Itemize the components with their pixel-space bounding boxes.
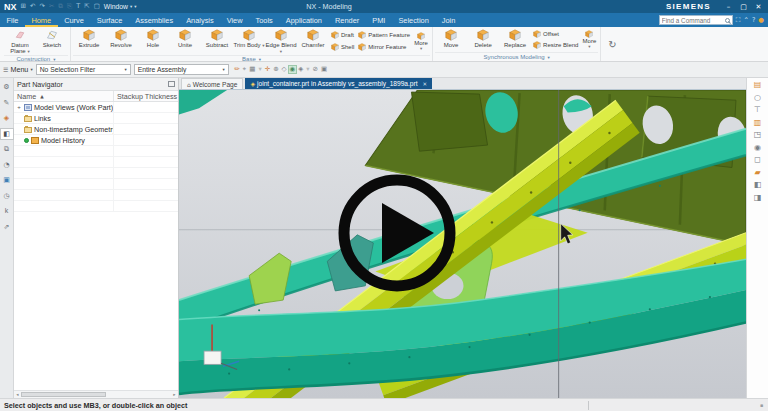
- scroll-right-icon[interactable]: ▸: [171, 392, 178, 397]
- tree-row-model-history[interactable]: Model History: [14, 135, 178, 146]
- chevron-down-icon[interactable]: ▾: [258, 66, 262, 74]
- chevron-down-icon[interactable]: ▾: [306, 66, 310, 74]
- column-name[interactable]: Name ▲: [14, 91, 114, 101]
- offset-button[interactable]: Offset: [533, 30, 578, 38]
- tab-render[interactable]: Render: [328, 13, 365, 27]
- popout-icon[interactable]: [168, 81, 175, 87]
- navigator-gear-icon[interactable]: ⚙: [1, 82, 13, 92]
- horizontal-scrollbar[interactable]: ◂ ▸: [14, 390, 178, 398]
- hole-button[interactable]: Hole: [137, 27, 169, 55]
- point-on-curve-icon[interactable]: ⊘: [312, 66, 318, 74]
- tab-home[interactable]: Home: [25, 13, 58, 27]
- close-button[interactable]: ✕: [753, 3, 764, 11]
- knowledge-fusion-icon[interactable]: k: [1, 206, 13, 216]
- assembly-navigator-icon[interactable]: ◈: [1, 113, 13, 123]
- replace-button[interactable]: Replace: [499, 27, 531, 52]
- tree-row-links[interactable]: Links: [14, 113, 178, 124]
- quadrant-point-icon[interactable]: ◈: [298, 66, 304, 74]
- cube-a-icon[interactable]: ◧: [754, 181, 762, 189]
- help-icon[interactable]: ?: [752, 16, 755, 24]
- minimize-button[interactable]: –: [723, 3, 734, 11]
- hd3d-tools-icon[interactable]: ▣: [1, 175, 13, 185]
- history-palette-icon[interactable]: ◷: [1, 191, 13, 201]
- selection-filter-dropdown[interactable]: No Selection Filter ▾: [36, 64, 131, 75]
- redo-icon[interactable]: ↷: [39, 3, 44, 10]
- window-menu[interactable]: Window ▾ ▾: [104, 3, 137, 10]
- shell-button[interactable]: Shell: [331, 43, 354, 51]
- sync-more-button[interactable]: More ▾: [580, 27, 598, 52]
- folder-icon[interactable]: ▢: [94, 3, 100, 10]
- menu-button[interactable]: ☰ Menu ▾: [3, 65, 33, 74]
- tab-tools[interactable]: Tools: [249, 13, 279, 27]
- cube-b-icon[interactable]: ◨: [754, 194, 762, 202]
- tab-join[interactable]: Join: [435, 13, 462, 27]
- point-on-face-icon[interactable]: ▣: [320, 66, 327, 74]
- ribbon-group-label-synchronous-modeling[interactable]: Synchronous Modeling▾: [435, 52, 598, 61]
- snap-point-icon[interactable]: ⌖: [242, 66, 247, 74]
- find-command-input[interactable]: [662, 17, 723, 24]
- pattern-feature-button[interactable]: Pattern Feature: [358, 31, 410, 39]
- sketch-button[interactable]: Sketch: [36, 27, 68, 55]
- tab-file[interactable]: File: [0, 13, 25, 27]
- draft-button[interactable]: Draft: [331, 31, 354, 39]
- tab-analysis[interactable]: Analysis: [180, 13, 221, 27]
- delete-button[interactable]: Delete: [467, 27, 499, 52]
- work-plane-icon[interactable]: ▦: [249, 66, 256, 74]
- account-icon[interactable]: ●: [758, 16, 764, 24]
- cut-icon[interactable]: ✂: [49, 3, 54, 10]
- scroll-left-icon[interactable]: ◂: [14, 392, 21, 397]
- constraint-navigator-icon[interactable]: ⧉: [1, 144, 13, 154]
- column-stackup-thickness[interactable]: Stackup Thickness: [114, 92, 178, 101]
- status-grip-icon[interactable]: ▪: [760, 403, 765, 408]
- part-navigator-icon[interactable]: ◧: [1, 129, 13, 139]
- mid-point-icon[interactable]: ⊕: [273, 66, 279, 74]
- tree-row-non-timestamp-geometry[interactable]: Non-timestamp Geometry: [14, 124, 178, 135]
- end-point-icon[interactable]: ✛: [264, 66, 270, 74]
- ribbon-group-label-base[interactable]: Base▾: [73, 55, 430, 62]
- datum-plane-button[interactable]: Datum Plane ▾: [4, 27, 36, 55]
- reuse-library-icon[interactable]: ◔: [1, 160, 13, 170]
- maximize-button[interactable]: ▢: [738, 3, 749, 11]
- circle-tool-icon[interactable]: ○: [754, 94, 761, 102]
- trim-body-button[interactable]: Trim Body ▾: [233, 27, 265, 55]
- play-button[interactable]: [337, 173, 457, 293]
- scrollbar-thumb[interactable]: [21, 392, 106, 397]
- layers-icon[interactable]: ▥: [754, 119, 762, 127]
- tab-view[interactable]: View: [220, 13, 249, 27]
- base-more-button[interactable]: More ▾: [412, 27, 430, 55]
- 3d-model-scene[interactable]: [179, 90, 746, 398]
- text-format-icon[interactable]: T: [76, 3, 80, 10]
- subtract-button[interactable]: Subtract: [201, 27, 233, 55]
- tree-row-model-views[interactable]: + Model Views (Work Part): [14, 102, 178, 113]
- chart-tool-icon[interactable]: ▰: [754, 169, 760, 177]
- find-command-box[interactable]: [659, 15, 733, 25]
- unite-button[interactable]: Unite: [169, 27, 201, 55]
- close-tab-icon[interactable]: ✕: [423, 81, 428, 87]
- tab-welcome-page[interactable]: ⌂ Welcome Page: [181, 78, 243, 89]
- app-grid-icon[interactable]: ⊞: [21, 3, 26, 10]
- intersection-icon[interactable]: ◇: [281, 66, 287, 74]
- tab-surface[interactable]: Surface: [90, 13, 128, 27]
- fullscreen-icon[interactable]: ⛶: [736, 16, 741, 24]
- expand-icon[interactable]: +: [16, 104, 22, 110]
- touch-icon[interactable]: ⇱: [84, 3, 89, 10]
- tab-active-part[interactable]: ◈ joint_container.prt in Assembly vs_ass…: [245, 78, 432, 89]
- notes-icon[interactable]: ▤: [754, 81, 762, 89]
- 3d-viewport[interactable]: [179, 90, 746, 398]
- undo-icon[interactable]: ↶: [30, 3, 35, 10]
- tab-assemblies[interactable]: Assemblies: [129, 13, 180, 27]
- copy-icon[interactable]: ⧉: [58, 3, 63, 10]
- touch-mode-icon[interactable]: ⇗: [1, 222, 13, 232]
- resize-blend-button[interactable]: Resize Blend: [533, 41, 578, 49]
- selection-scope-dropdown[interactable]: Entire Assembly ▾: [134, 64, 229, 75]
- minimize-ribbon-icon[interactable]: ⌃: [743, 16, 748, 24]
- paste-icon[interactable]: ⎘: [67, 3, 72, 10]
- tab-pmi[interactable]: PMI: [366, 13, 392, 27]
- mirror-feature-button[interactable]: Mirror Feature: [358, 43, 410, 51]
- user-tool-icon[interactable]: ◉: [754, 144, 761, 152]
- chamfer-button[interactable]: Chamfer: [297, 27, 329, 55]
- extrude-tool-icon[interactable]: ◳: [754, 131, 762, 139]
- highlight-icon[interactable]: ✏: [234, 66, 240, 74]
- select-box-icon[interactable]: ◻: [754, 156, 761, 164]
- tab-selection[interactable]: Selection: [392, 13, 435, 27]
